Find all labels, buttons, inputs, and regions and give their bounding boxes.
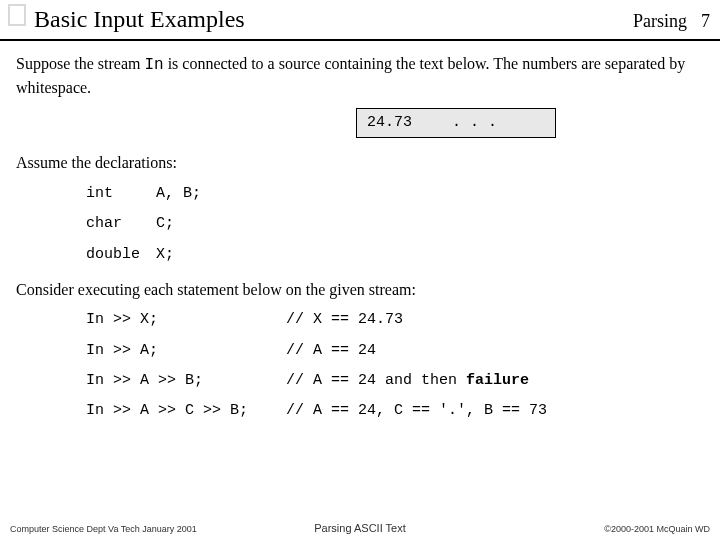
stmt-code: In >> A; [86,341,286,361]
stmt-comment: // A == 24, C == '.', B == 73 [286,401,547,421]
intro-text-1: Suppose the stream [16,55,144,72]
footer-left: Computer Science Dept Va Tech January 20… [10,524,197,534]
stmt-row: In >> A >> B; // A == 24 and then failur… [86,371,704,391]
stmt-comment: // X == 24.73 [286,310,403,330]
decl-keyword: char [86,214,156,234]
footer-center: Parsing ASCII Text [314,522,406,534]
slide-footer: Computer Science Dept Va Tech January 20… [0,524,720,534]
page-number: 7 [701,11,710,32]
stmt-row: In >> A >> C >> B; // A == 24, C == '.',… [86,401,704,421]
decl-keyword: double [86,245,156,265]
stream-name: In [144,56,163,74]
stmt-comment: // A == 24 [286,341,376,361]
slide-header: Basic Input Examples Parsing 7 [0,0,720,37]
stmt-row: In >> A; // A == 24 [86,341,704,361]
decl-line: intA, B; [86,184,704,204]
stmt-code: In >> A >> C >> B; [86,401,286,421]
decl-keyword: int [86,184,156,204]
assume-label: Assume the declarations: [16,152,704,174]
decl-vars: C; [156,215,174,232]
stream-box: 24.73 . . . [356,108,556,138]
stmt-comment-pre: // A == 24 and then [286,372,466,389]
header-right: Parsing 7 [633,11,710,32]
stream-ellipsis: . . . [452,113,497,133]
decl-line: doubleX; [86,245,704,265]
decl-vars: X; [156,246,174,263]
stmt-comment: // A == 24 and then failure [286,371,529,391]
decl-line: charC; [86,214,704,234]
header-rule [0,39,720,41]
stream-value: 24.73 [367,113,412,133]
intro-paragraph: Suppose the stream In is connected to a … [16,53,704,98]
stmt-code: In >> X; [86,310,286,330]
slide-title: Basic Input Examples [34,6,245,33]
declarations-block: intA, B; charC; doubleX; [86,184,704,265]
consider-label: Consider executing each statement below … [16,279,704,301]
decl-vars: A, B; [156,185,201,202]
footer-right: ©2000-2001 McQuain WD [604,524,710,534]
section-label: Parsing [633,11,687,32]
stmt-row: In >> X; // X == 24.73 [86,310,704,330]
slide-content: Suppose the stream In is connected to a … [0,53,720,421]
statements-block: In >> X; // X == 24.73 In >> A; // A == … [86,310,704,421]
stmt-code: In >> A >> B; [86,371,286,391]
stmt-comment-bold: failure [466,372,529,389]
slide-accent-box [8,4,26,26]
